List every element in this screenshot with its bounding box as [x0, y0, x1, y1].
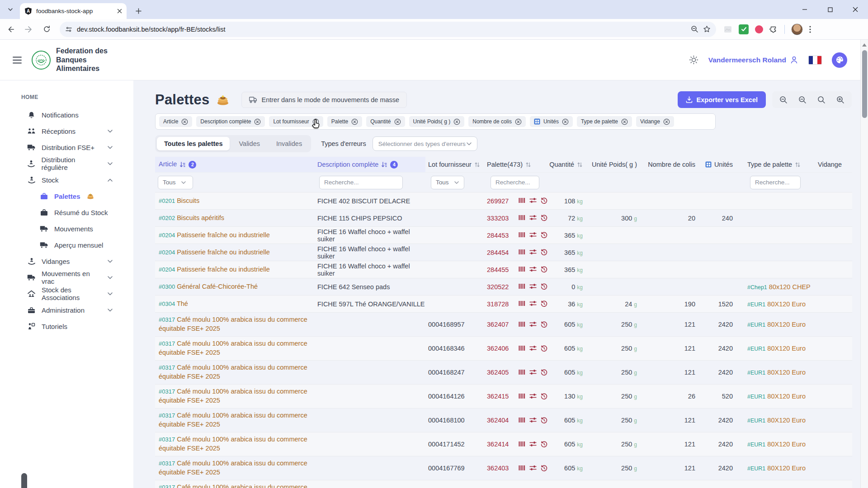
barcode-icon[interactable] — [519, 465, 525, 472]
history-icon[interactable] — [541, 283, 547, 290]
export-excel-button[interactable]: Exporter vers Excel — [678, 91, 766, 108]
tab-invalides[interactable]: Invalides — [269, 137, 309, 150]
zoom-out-icon[interactable] — [774, 93, 793, 107]
pallet-type-link[interactable]: 80X120 Euro — [767, 417, 806, 424]
user-menu[interactable]: Vandermeersch Roland — [708, 56, 798, 64]
article-link[interactable]: Café moulu 100% arabica issu du commerce… — [159, 436, 307, 452]
sliders-icon[interactable] — [529, 300, 537, 307]
forward-button[interactable] — [21, 22, 36, 37]
column-header-palette-473-[interactable]: Palette(473) — [483, 157, 550, 172]
article-link[interactable]: Café moulu 100% arabica issu du commerce… — [159, 388, 307, 404]
window-minimize-button[interactable] — [792, 0, 817, 19]
pallet-type-link[interactable]: 80X120 Euro — [767, 300, 806, 308]
article-filter-select[interactable]: Tous — [158, 176, 193, 189]
chip-remove-icon[interactable] — [351, 118, 358, 125]
error-types-select[interactable]: Sélectionner des types d'erreurs — [373, 136, 477, 151]
article-link[interactable]: Café moulu 100% arabica issu du commerce… — [159, 460, 307, 476]
palette-search-input[interactable] — [491, 176, 539, 189]
filter-chip-unit-s[interactable]: Unités — [530, 116, 573, 127]
scrollbar-thumb[interactable] — [862, 50, 867, 118]
barcode-icon[interactable] — [519, 369, 525, 376]
extension-dot-icon[interactable] — [755, 25, 763, 33]
history-icon[interactable] — [541, 393, 547, 400]
column-header-lot-fournisseur[interactable]: Lot fournisseur — [425, 157, 483, 172]
french-flag-icon[interactable] — [808, 56, 822, 65]
pallet-type-link[interactable]: 80x120 CHEP — [769, 283, 811, 291]
page-scrollbar[interactable] — [860, 40, 868, 488]
sliders-icon[interactable] — [529, 369, 537, 376]
sidebar-item-aper-u-mensuel[interactable]: Aperçu mensuel — [0, 237, 133, 253]
article-link[interactable]: Café moulu 100% arabica issu du commerce… — [159, 412, 307, 428]
extension-check-icon[interactable] — [739, 24, 749, 34]
scrollbar-up-arrow[interactable] — [862, 43, 867, 47]
theme-toggle-sun-icon[interactable] — [689, 55, 698, 65]
sliders-icon[interactable] — [529, 417, 537, 424]
palette-number[interactable]: 333203 — [487, 215, 509, 222]
chip-remove-icon[interactable] — [254, 118, 261, 125]
barcode-icon[interactable] — [519, 232, 525, 239]
history-icon[interactable] — [541, 441, 547, 448]
page-zoom-icon[interactable] — [691, 25, 698, 33]
mass-movement-mode-button[interactable]: Entrer dans le mode de mouvements de mas… — [241, 92, 407, 108]
barcode-icon[interactable] — [519, 345, 525, 352]
sidebar-item-notifications[interactable]: Notifications — [0, 107, 133, 123]
sliders-icon[interactable] — [529, 283, 537, 290]
palette-number[interactable]: 362404 — [487, 417, 509, 424]
column-header-type-de-palette[interactable]: Type de palette — [736, 157, 814, 172]
sliders-icon[interactable] — [529, 197, 537, 204]
sidebar-item-mouvements[interactable]: Mouvements — [0, 221, 133, 237]
history-icon[interactable] — [541, 266, 547, 273]
tab-toutes-les-palettes[interactable]: Toutes les palettes — [157, 137, 230, 150]
sliders-icon[interactable] — [529, 232, 537, 239]
filter-chip-quantit-[interactable]: Quantité — [366, 116, 405, 127]
palette-number[interactable]: 284454 — [487, 249, 509, 256]
browser-tab[interactable]: A foodbanks-stock-app — [20, 3, 127, 19]
article-link[interactable]: Patisserie fraîche ou industrielle — [177, 231, 270, 239]
history-icon[interactable] — [541, 369, 547, 376]
address-bar[interactable]: dev.stock.foodbanksit.be/stock/app/fr-BE… — [60, 22, 716, 37]
chip-remove-icon[interactable] — [515, 118, 522, 125]
pallet-type-link[interactable]: 80X120 Euro — [767, 393, 806, 400]
palette-number[interactable]: 362405 — [487, 369, 509, 376]
palette-number[interactable]: 269927 — [487, 197, 509, 205]
barcode-icon[interactable] — [519, 266, 525, 273]
sidebar-item-stock-des-associations[interactable]: Stock des Associations — [0, 286, 133, 302]
pallet-type-link[interactable]: 80X120 Euro — [767, 441, 806, 448]
history-icon[interactable] — [541, 197, 547, 204]
sliders-icon[interactable] — [529, 266, 537, 273]
browser-menu-icon[interactable] — [809, 26, 811, 33]
refresh-button[interactable] — [39, 22, 54, 37]
barcode-icon[interactable] — [519, 321, 525, 328]
column-header-article[interactable]: Article2 — [155, 157, 316, 172]
sidebar-item-distribution-fse-[interactable]: Distribution FSE+ — [0, 139, 133, 155]
article-link[interactable]: Café moulu 100% arabica issu du commerce… — [159, 316, 307, 332]
filter-chip-type-de-palette[interactable]: Type de palette — [577, 116, 632, 127]
sidebar-item-mouvements-en-vrac[interactable]: Mouvements en vrac — [0, 269, 133, 286]
extensions-puzzle-icon[interactable] — [769, 25, 778, 33]
tab-valides[interactable]: Valides — [231, 137, 267, 150]
barcode-icon[interactable] — [519, 197, 525, 204]
article-link[interactable]: Général Café-Chicorée-Thé — [177, 283, 258, 290]
sidebar-item-administration[interactable]: Administration — [0, 302, 133, 318]
filter-chip-nombre-de-colis[interactable]: Nombre de colis — [468, 116, 526, 127]
chip-remove-icon[interactable] — [663, 118, 670, 125]
barcode-icon[interactable] — [519, 300, 525, 307]
filter-chip-description-compl-te[interactable]: Description complète — [196, 116, 265, 127]
article-link[interactable]: Biscuits — [177, 197, 199, 204]
filter-chip-unit-poids-g-[interactable]: Unité Poids( g ) — [409, 116, 465, 127]
palette-number[interactable]: 284453 — [487, 232, 509, 239]
column-header-description-compl-te[interactable]: Description complète4 — [316, 157, 425, 172]
history-icon[interactable] — [541, 215, 547, 221]
history-icon[interactable] — [541, 300, 547, 307]
chip-remove-icon[interactable] — [621, 118, 628, 125]
site-info-icon[interactable] — [65, 26, 72, 33]
article-link[interactable]: Café moulu 100% arabica issu du commerce… — [159, 483, 307, 488]
sidebar-item-tutoriels[interactable]: Tutoriels — [0, 318, 133, 334]
chip-remove-icon[interactable] — [453, 118, 460, 125]
sidebar-item-palettes[interactable]: Palettes — [0, 188, 133, 204]
window-maximize-button[interactable] — [817, 0, 843, 19]
barcode-icon[interactable] — [519, 283, 525, 290]
sliders-icon[interactable] — [529, 321, 537, 328]
sidebar-item-vidanges[interactable]: Vidanges — [0, 253, 133, 269]
article-link[interactable]: Café moulu 100% arabica issu du commerce… — [159, 364, 307, 380]
